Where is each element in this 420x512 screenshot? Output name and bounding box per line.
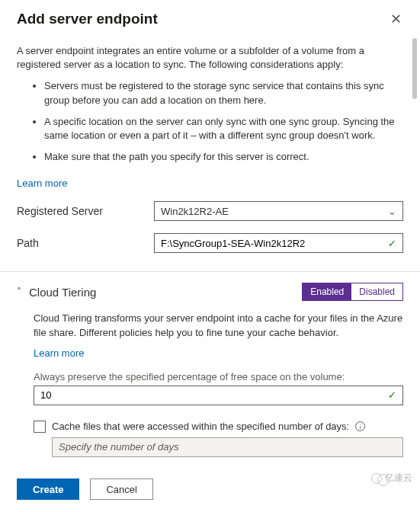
list-item: Servers must be registered to the storag… [44, 79, 403, 107]
close-icon[interactable]: ✕ [389, 11, 403, 27]
path-label: Path [17, 237, 154, 249]
create-button[interactable]: Create [17, 478, 79, 500]
free-space-input[interactable]: ✓ [34, 386, 403, 405]
free-space-label: Always preserve the specified percentage… [34, 371, 403, 382]
scrollbar[interactable] [412, 38, 417, 99]
tiering-disabled-button[interactable]: Disabled [351, 283, 402, 300]
learn-more-link[interactable]: Learn more [17, 178, 403, 189]
days-input[interactable] [52, 437, 403, 457]
valid-check-icon: ✓ [388, 238, 396, 249]
days-field [59, 441, 396, 453]
registered-server-label: Registered Server [17, 205, 154, 217]
path-field[interactable] [161, 238, 388, 249]
watermark-icon [371, 473, 382, 484]
free-space-field[interactable] [40, 389, 388, 401]
chevron-up-icon[interactable]: ˄ [17, 286, 21, 297]
cancel-button[interactable]: Cancel [90, 478, 152, 500]
registered-server-select[interactable]: Win2k12R2-AE ⌄ [154, 201, 403, 221]
considerations-list: Servers must be registered to the storag… [17, 79, 403, 171]
tiering-toggle[interactable]: Enabled Disabled [302, 283, 403, 301]
divider [0, 271, 420, 272]
days-checkbox[interactable] [34, 421, 46, 433]
days-checkbox-label: Cache files that were accessed within th… [52, 421, 349, 432]
page-title: Add server endpoint [17, 11, 158, 27]
path-input[interactable]: ✓ [154, 233, 403, 253]
list-item: Make sure that the path you specify for … [44, 150, 403, 164]
chevron-down-icon: ⌄ [388, 206, 396, 217]
tiering-description: Cloud Tiering transforms your server end… [34, 312, 403, 339]
valid-check-icon: ✓ [388, 389, 396, 401]
info-icon[interactable]: i [355, 421, 365, 431]
tiering-enabled-button[interactable]: Enabled [303, 283, 351, 300]
watermark: 亿速云 [371, 472, 412, 485]
list-item: A specific location on the server can on… [44, 115, 403, 142]
intro-text: A server endpoint integrates an entire v… [17, 44, 403, 72]
tiering-learn-more-link[interactable]: Learn more [34, 347, 84, 359]
registered-server-value: Win2k12R2-AE [161, 206, 229, 217]
cloud-tiering-title: Cloud Tiering [29, 286, 96, 299]
